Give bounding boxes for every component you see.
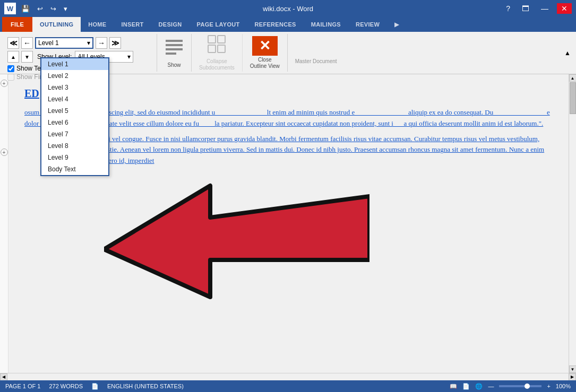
- help-button[interactable]: ?: [503, 3, 513, 14]
- svg-marker-8: [104, 186, 369, 297]
- language-label: ENGLISH (UNITED STATES): [107, 383, 184, 389]
- zoom-slider[interactable]: [499, 385, 541, 387]
- outline-expand-1[interactable]: +: [1, 80, 8, 87]
- vertical-scrollbar: ▲ ▼: [569, 74, 576, 373]
- show-label: Show: [167, 62, 180, 68]
- scroll-track-horizontal[interactable]: [7, 373, 569, 380]
- scroll-down-button[interactable]: ▼: [569, 365, 577, 373]
- close-outline-view-button[interactable]: ✕: [252, 36, 278, 56]
- title-bar-left: W 💾 ↩ ↪ ▾: [4, 3, 70, 14]
- tab-references[interactable]: REFERENCES: [247, 17, 304, 32]
- outline-margin: + +: [0, 74, 8, 373]
- scroll-thumb-vertical[interactable]: [570, 82, 576, 114]
- zoom-plus-button[interactable]: +: [547, 383, 550, 389]
- dropdown-item-level1[interactable]: Level 1: [41, 58, 108, 70]
- tab-outlining[interactable]: OUTLINING: [32, 17, 81, 32]
- tab-file[interactable]: FILE: [2, 17, 32, 32]
- show-icon: [165, 38, 184, 61]
- svg-rect-3: [166, 53, 176, 55]
- scroll-up-button[interactable]: ▲: [569, 74, 577, 82]
- window-title: wiki.docx - Word: [263, 5, 313, 13]
- tab-more[interactable]: ▶: [387, 17, 406, 32]
- level-dropdown-arrow-icon: ▾: [87, 39, 90, 47]
- read-mode-button[interactable]: 📖: [450, 383, 457, 390]
- dropdown-item-level9[interactable]: Level 9: [41, 152, 108, 163]
- dropdown-item-level3[interactable]: Level 3: [41, 82, 108, 93]
- dropdown-item-level2[interactable]: Level 2: [41, 70, 108, 82]
- show-level-arrow-icon: ▾: [127, 53, 131, 60]
- dropdown-item-level4[interactable]: Level 4: [41, 93, 108, 105]
- show-text-formatting-checkbox[interactable]: [7, 65, 14, 72]
- svg-rect-4: [208, 36, 216, 43]
- move-down-button[interactable]: ▼: [21, 51, 33, 63]
- move-up-button[interactable]: ▲: [7, 51, 19, 63]
- zoom-level: 100%: [556, 383, 571, 389]
- close-outline-group: ✕ CloseOutline View: [243, 34, 288, 72]
- undo-button[interactable]: ↩: [35, 4, 45, 14]
- scroll-left-button[interactable]: ◀: [0, 373, 7, 381]
- level-dropdown-value: Level 1: [38, 39, 59, 47]
- svg-rect-0: [166, 40, 183, 42]
- collapse-icon: [207, 34, 226, 57]
- master-document-group: Master Document: [288, 34, 345, 72]
- tab-insert[interactable]: INSERT: [114, 17, 151, 32]
- collapse-subdocuments-group: CollapseSubdocuments: [192, 34, 243, 72]
- svg-rect-2: [166, 48, 183, 50]
- promote-to-heading1-button[interactable]: ≪: [7, 37, 19, 49]
- horizontal-scrollbar: ◀ ▶: [0, 373, 576, 380]
- status-bar: PAGE 1 OF 1 272 WORDS 📄 ENGLISH (UNITED …: [0, 380, 576, 392]
- minimize-button[interactable]: —: [538, 3, 552, 14]
- qat-more-button[interactable]: ▾: [62, 4, 70, 14]
- zoom-minus-button[interactable]: —: [488, 383, 494, 389]
- tab-page-layout[interactable]: PAGE LAYOUT: [190, 17, 247, 32]
- page-info: PAGE 1 OF 1: [5, 383, 40, 389]
- close-button[interactable]: ✕: [557, 3, 572, 14]
- dropdown-item-body-text[interactable]: Body Text: [41, 163, 108, 175]
- word-count: 272 WORDS: [49, 383, 83, 389]
- outline-level-dropdown[interactable]: Level 1 ▾: [35, 37, 93, 49]
- tab-review[interactable]: REVIEW: [348, 17, 387, 32]
- red-arrow-annotation: [104, 154, 369, 345]
- level-dropdown-menu: Level 1 Level 2 Level 3 Level 4 Level 5 …: [40, 57, 109, 176]
- ribbon-tabs: FILE OUTLINING HOME INSERT DESIGN PAGE L…: [0, 17, 576, 32]
- title-bar-right: ? 🗖 — ✕: [503, 3, 572, 14]
- status-left: PAGE 1 OF 1 272 WORDS 📄 ENGLISH (UNITED …: [5, 383, 184, 390]
- zoom-thumb: [525, 384, 530, 389]
- svg-rect-7: [218, 45, 225, 53]
- word-icon: W: [4, 3, 16, 14]
- dropdown-item-level6[interactable]: Level 6: [41, 117, 108, 128]
- title-bar: W 💾 ↩ ↪ ▾ wiki.docx - Word ? 🗖 — ✕: [0, 0, 576, 17]
- restore-button[interactable]: 🗖: [519, 3, 532, 14]
- collapse-label: CollapseSubdocuments: [199, 58, 235, 71]
- save-qat-button[interactable]: 💾: [19, 4, 32, 14]
- dropdown-item-level7[interactable]: Level 7: [41, 128, 108, 140]
- tab-mailings[interactable]: MAILINGS: [304, 17, 348, 32]
- status-right: 📖 📄 🌐 — + 100%: [450, 383, 571, 390]
- svg-rect-1: [166, 44, 183, 46]
- ribbon-scroll-right[interactable]: ▲: [562, 34, 573, 72]
- web-layout-button[interactable]: 🌐: [475, 383, 483, 390]
- dropdown-item-level8[interactable]: Level 8: [41, 140, 108, 152]
- close-outline-label: CloseOutline View: [250, 57, 280, 69]
- tab-design[interactable]: DESIGN: [151, 17, 190, 32]
- master-document-label: Master Document: [295, 58, 337, 64]
- show-group: Show: [157, 34, 192, 72]
- demote-button[interactable]: →: [96, 37, 107, 49]
- redo-button[interactable]: ↪: [48, 4, 58, 14]
- dropdown-item-level5[interactable]: Level 5: [41, 105, 108, 117]
- svg-rect-6: [208, 45, 216, 53]
- svg-rect-5: [218, 36, 225, 43]
- proofing-icon: 📄: [91, 383, 99, 390]
- scroll-right-button[interactable]: ▶: [569, 373, 576, 381]
- tab-home[interactable]: HOME: [81, 17, 114, 32]
- promote-button[interactable]: ←: [21, 37, 33, 49]
- document-paragraph-2: Duis elementum non orci vel congue. Fusc…: [40, 134, 553, 167]
- outline-expand-2[interactable]: +: [1, 149, 8, 156]
- scroll-track-vertical[interactable]: [569, 82, 576, 365]
- demote-to-body-button[interactable]: ≫: [109, 37, 121, 49]
- print-layout-button[interactable]: 📄: [462, 383, 470, 390]
